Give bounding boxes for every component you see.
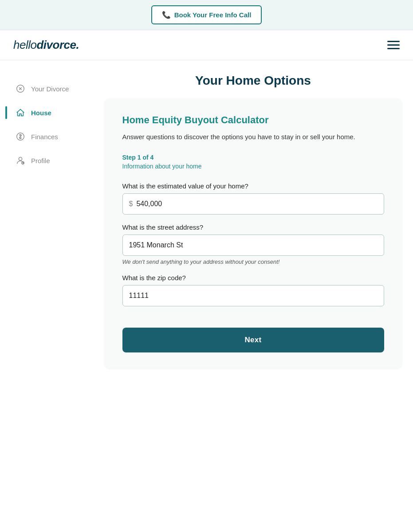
sidebar-item-finances[interactable]: Finances <box>9 126 93 147</box>
dollar-sign-icon: $ <box>129 200 133 208</box>
home-value-label: What is the estimated value of your home… <box>122 182 384 190</box>
sidebar-item-house[interactable]: House <box>9 102 93 123</box>
book-call-label: Book Your Free Info Call <box>174 11 252 19</box>
profile-icon <box>14 154 27 167</box>
zip-code-input[interactable] <box>122 285 384 306</box>
sidebar-label-house: House <box>31 109 51 117</box>
house-icon <box>14 106 27 119</box>
logo: hellodivorce. <box>13 38 79 52</box>
card-title: Home Equity Buyout Calculator <box>122 114 384 126</box>
page-title: Your Home Options <box>195 74 311 88</box>
top-bar: 📞 Book Your Free Info Call <box>0 0 413 30</box>
svg-point-2 <box>19 157 22 160</box>
phone-icon: 📞 <box>162 11 171 19</box>
logo-divorce: divorce <box>36 38 76 51</box>
header: hellodivorce. <box>0 30 413 60</box>
zip-code-label: What is the zip code? <box>122 274 384 282</box>
address-note: We don't send anything to your address w… <box>122 258 384 265</box>
sidebar-label-profile: Profile <box>31 157 50 164</box>
finances-icon <box>14 130 27 143</box>
hamburger-line-2 <box>387 44 400 46</box>
street-address-label: What is the street address? <box>122 223 384 231</box>
hamburger-menu[interactable] <box>387 41 400 49</box>
hamburger-line-1 <box>387 41 400 42</box>
book-call-button[interactable]: 📞 Book Your Free Info Call <box>151 5 262 24</box>
street-address-input[interactable] <box>122 235 384 256</box>
card-description: Answer questions to discover the options… <box>122 132 384 142</box>
sidebar: Your Divorce House Finances <box>9 74 93 368</box>
home-value-input[interactable] <box>136 194 377 214</box>
logo-dot: . <box>76 38 79 51</box>
zip-code-group: What is the zip code? <box>122 274 384 306</box>
sidebar-label-your-divorce: Your Divorce <box>31 85 69 93</box>
home-value-group: What is the estimated value of your home… <box>122 182 384 215</box>
sidebar-label-finances: Finances <box>31 133 58 141</box>
home-value-input-wrapper: $ <box>122 193 384 215</box>
divorce-icon <box>14 82 27 95</box>
sidebar-item-profile[interactable]: Profile <box>9 150 93 171</box>
step-sublabel: Information about your home <box>122 163 384 170</box>
sidebar-item-your-divorce[interactable]: Your Divorce <box>9 78 93 99</box>
street-address-group: What is the street address? We don't sen… <box>122 223 384 265</box>
hamburger-line-3 <box>387 48 400 49</box>
next-button[interactable]: Next <box>122 328 384 352</box>
calculator-card: Home Equity Buyout Calculator Answer que… <box>105 98 402 368</box>
main-content: Your Home Options Home Equity Buyout Cal… <box>102 74 404 368</box>
step-label: Step 1 of 4 <box>122 154 384 161</box>
logo-hello: hello <box>13 38 36 51</box>
main-layout: Your Divorce House Finances <box>0 60 413 386</box>
